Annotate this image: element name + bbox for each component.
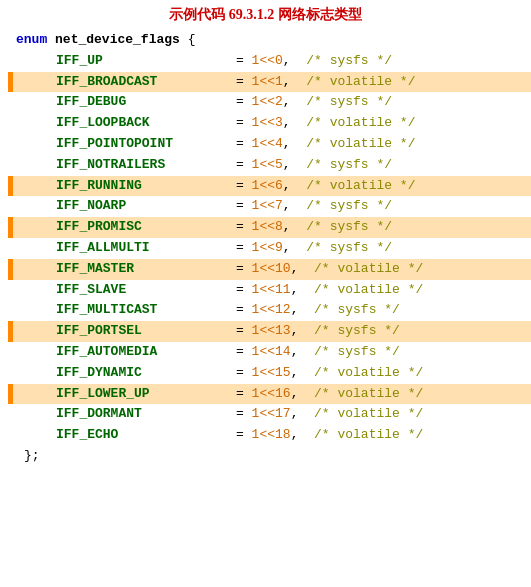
comment: /* volatile */ — [306, 134, 415, 155]
flag-line: IFF_POINTOPOINT= 1<<4, /* volatile */ — [8, 134, 531, 155]
flag-line: IFF_RUNNING= 1<<6, /* volatile */ — [8, 176, 531, 197]
flag-line: IFF_LOWER_UP= 1<<16, /* volatile */ — [8, 384, 531, 405]
flag-name: IFF_ALLMULTI — [56, 238, 236, 259]
comment: /* volatile */ — [306, 72, 415, 93]
flag-line: IFF_BROADCAST= 1<<1, /* volatile */ — [8, 72, 531, 93]
comment: /* volatile */ — [314, 384, 423, 405]
flag-line: IFF_LOOPBACK= 1<<3, /* volatile */ — [8, 113, 531, 134]
comment: /* volatile */ — [306, 176, 415, 197]
flag-name: IFF_ECHO — [56, 425, 236, 446]
title-text: 示例代码 69.3.1.2 网络标志类型 — [169, 7, 362, 22]
flag-name: IFF_NOARP — [56, 196, 236, 217]
flag-line: IFF_PROMISC= 1<<8, /* sysfs */ — [8, 217, 531, 238]
comment: /* sysfs */ — [306, 196, 392, 217]
flag-line: IFF_NOTRAILERS= 1<<5, /* sysfs */ — [8, 155, 531, 176]
comment: /* sysfs */ — [306, 238, 392, 259]
flag-name: IFF_LOOPBACK — [56, 113, 236, 134]
flag-name: IFF_LOWER_UP — [56, 384, 236, 405]
flag-line: IFF_UP= 1<<0, /* sysfs */ — [8, 51, 531, 72]
flag-name: IFF_AUTOMEDIA — [56, 342, 236, 363]
comment: /* sysfs */ — [314, 342, 400, 363]
flag-name: IFF_PROMISC — [56, 217, 236, 238]
flag-name: IFF_UP — [56, 51, 236, 72]
comment: /* volatile */ — [314, 425, 423, 446]
flag-name: IFF_DEBUG — [56, 92, 236, 113]
type-name: net_device_flags — [55, 30, 180, 51]
comment: /* volatile */ — [314, 363, 423, 384]
flag-line: IFF_DEBUG= 1<<2, /* sysfs */ — [8, 92, 531, 113]
flags-list: IFF_UP= 1<<0, /* sysfs */IFF_BROADCAST= … — [8, 51, 531, 446]
comment: /* sysfs */ — [306, 155, 392, 176]
flag-line: IFF_PORTSEL= 1<<13, /* sysfs */ — [8, 321, 531, 342]
comment: /* sysfs */ — [306, 92, 392, 113]
flag-line: IFF_AUTOMEDIA= 1<<14, /* sysfs */ — [8, 342, 531, 363]
flag-name: IFF_NOTRAILERS — [56, 155, 236, 176]
enum-declaration-line: enum net_device_flags { — [8, 30, 531, 51]
comment: /* sysfs */ — [314, 300, 400, 321]
flag-line: IFF_DORMANT= 1<<17, /* volatile */ — [8, 404, 531, 425]
comment: /* volatile */ — [314, 280, 423, 301]
flag-name: IFF_PORTSEL — [56, 321, 236, 342]
flag-name: IFF_DORMANT — [56, 404, 236, 425]
flag-name: IFF_MASTER — [56, 259, 236, 280]
open-brace: { — [188, 30, 196, 51]
flag-name: IFF_RUNNING — [56, 176, 236, 197]
title-bar: 示例代码 69.3.1.2 网络标志类型 — [0, 0, 531, 28]
comment: /* sysfs */ — [306, 51, 392, 72]
flag-line: IFF_MULTICAST= 1<<12, /* sysfs */ — [8, 300, 531, 321]
flag-line: IFF_MASTER= 1<<10, /* volatile */ — [8, 259, 531, 280]
comment: /* sysfs */ — [314, 321, 400, 342]
flag-line: IFF_SLAVE= 1<<11, /* volatile */ — [8, 280, 531, 301]
flag-line: IFF_NOARP= 1<<7, /* sysfs */ — [8, 196, 531, 217]
flag-name: IFF_BROADCAST — [56, 72, 236, 93]
flag-line: IFF_DYNAMIC= 1<<15, /* volatile */ — [8, 363, 531, 384]
flag-name: IFF_SLAVE — [56, 280, 236, 301]
flag-name: IFF_DYNAMIC — [56, 363, 236, 384]
comment: /* sysfs */ — [306, 217, 392, 238]
code-block: enum net_device_flags { IFF_UP= 1<<0, /*… — [0, 28, 531, 469]
flag-name: IFF_POINTOPOINT — [56, 134, 236, 155]
flag-line: IFF_ECHO= 1<<18, /* volatile */ — [8, 425, 531, 446]
keyword-enum: enum — [16, 30, 47, 51]
flag-name: IFF_MULTICAST — [56, 300, 236, 321]
close-brace-line: }; — [8, 446, 531, 467]
comment: /* volatile */ — [314, 259, 423, 280]
flag-line: IFF_ALLMULTI= 1<<9, /* sysfs */ — [8, 238, 531, 259]
comment: /* volatile */ — [306, 113, 415, 134]
comment: /* volatile */ — [314, 404, 423, 425]
